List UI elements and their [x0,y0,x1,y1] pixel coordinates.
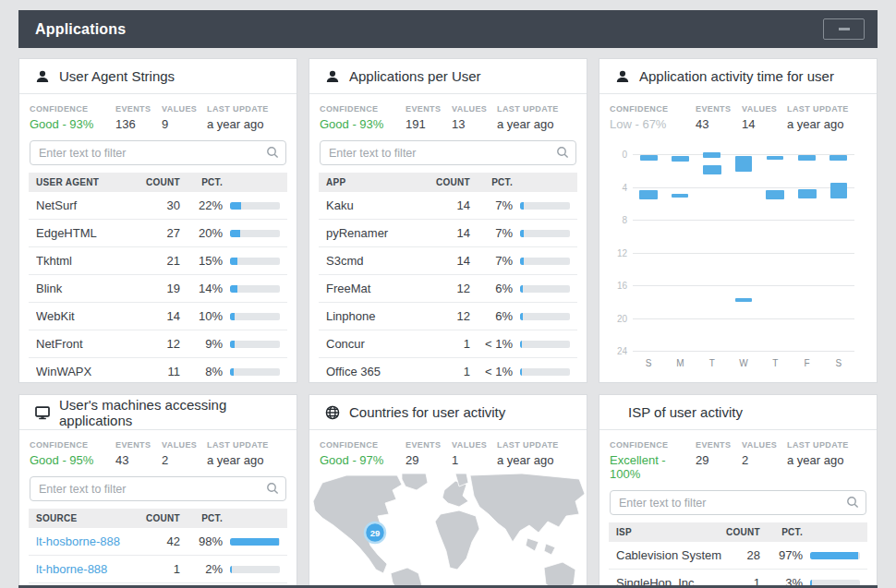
gridline [633,154,854,155]
activity-point [735,298,752,302]
column-header: ISP [616,527,721,537]
stat-label: EVENTS [696,440,742,450]
confidence-value: Low - 67% [610,117,696,131]
filter-box [30,140,286,165]
pct-bar [520,202,570,210]
monitor-icon [35,405,50,420]
panel-header: User's machines accessing applications [19,395,297,430]
source-link[interactable]: lt-hborne-888 [36,562,141,576]
panel-user-agent-strings: User Agent Strings CONFIDENCEGood - 93% … [18,58,297,383]
panel-title: Countries for user activity [349,404,505,420]
column-header: USER AGENT [36,177,141,187]
last-update-value: a year ago [497,117,576,131]
events-value: 29 [406,453,452,467]
column-header: PCT. [180,177,223,187]
source-link[interactable]: lt-hosborne-888 [36,534,141,548]
filter-box [320,140,576,165]
table-row: lt-hosborne-8884298% [29,528,287,556]
events-value: 43 [696,117,742,131]
values-value: 1 [452,453,497,467]
column-spacer [230,179,280,186]
panel-isp: ISP of user activity CONFIDENCEExcellent… [599,394,878,588]
minimize-button[interactable] [823,18,865,40]
panel-application-activity-time: Application activity time for user CONFI… [599,58,878,383]
table-row: NetFront129% [29,330,287,358]
filter-input[interactable] [30,476,286,501]
row-name: WebKit [36,309,141,323]
search-icon[interactable] [266,146,279,159]
section-header: Applications [18,10,878,48]
activity-point [798,155,816,161]
last-update-value: a year ago [207,117,286,131]
table-row: EdgeHTML2720% [29,220,287,247]
search-icon[interactable] [266,482,279,495]
filter-input[interactable] [320,140,576,165]
filter-box [610,490,866,515]
y-tick-label: 24 [605,346,627,356]
map-asia [470,474,585,542]
user-icon [325,69,340,84]
row-count: 14 [431,198,470,212]
y-tick-label: 8 [605,215,627,225]
last-update-value: a year ago [497,453,576,467]
row-count: 1 [431,365,470,378]
row-count: 28 [721,548,760,562]
x-tick-label: S [823,358,854,368]
confidence-value: Good - 93% [320,117,406,131]
pct-bar [520,313,570,320]
row-name: pyRenamer [326,226,431,240]
filter-input[interactable] [30,140,286,165]
x-tick-label: W [728,358,759,368]
stat-label: VALUES [162,440,207,450]
panel-header: Countries for user activity [309,395,587,430]
stat-label: VALUES [742,440,787,450]
row-name: Kaku [326,198,431,212]
stat-label: CONFIDENCE [30,104,115,114]
stats-row: CONFIDENCEGood - 93% EVENTS191 VALUES13 … [309,94,587,131]
row-count: 14 [431,254,470,268]
row-pct: 98% [180,534,223,548]
stat-label: EVENTS [115,440,162,450]
map-marker[interactable]: 29 [365,522,385,543]
table-body: NetSurf3022%EdgeHTML2720%Tkhtml2115%Blin… [29,192,287,383]
column-header: COUNT [431,177,470,187]
filter-input[interactable] [610,490,866,515]
activity-point [798,189,817,198]
row-pct: 20% [180,226,223,240]
search-icon[interactable] [556,146,569,159]
values-value: 2 [162,453,207,467]
pct-bar [520,230,570,237]
stats-row: CONFIDENCEGood - 95% EVENTS43 VALUES2 LA… [19,430,297,467]
column-header: SOURCE [36,513,141,523]
panel-header: ISP of user activity [599,395,877,430]
table-row: FreeMat126% [319,275,577,303]
row-count: 27 [141,226,180,240]
minimize-icon [839,28,850,30]
column-header: COUNT [721,527,760,537]
row-pct: 14% [180,282,223,295]
column-header: PCT. [470,177,513,187]
events-value: 136 [115,117,162,131]
stat-label: LAST UPDATE [207,440,286,450]
activity-point [767,156,783,160]
values-value: 14 [742,117,787,131]
table-row: WebKit1410% [29,303,287,330]
row-pct: 8% [180,365,223,378]
table-row: Office 3651< 1% [319,358,577,383]
search-icon[interactable] [846,496,859,509]
row-pct: 7% [470,226,513,240]
row-name: EdgeHTML [36,226,141,240]
row-name: NetFront [36,337,141,351]
table-header: ISP COUNT PCT. [609,522,867,542]
row-pct: 9% [180,337,223,351]
stat-label: CONFIDENCE [30,440,115,450]
row-name: Office 365 [326,365,431,378]
map-greenland [402,474,428,490]
row-pct: 7% [470,254,513,268]
panel-grid: User Agent Strings CONFIDENCEGood - 93% … [18,58,878,588]
pct-bar [230,538,280,546]
row-count: 14 [431,226,470,240]
y-tick-label: 20 [605,314,627,324]
activity-point [766,190,784,199]
gridline [633,187,854,188]
